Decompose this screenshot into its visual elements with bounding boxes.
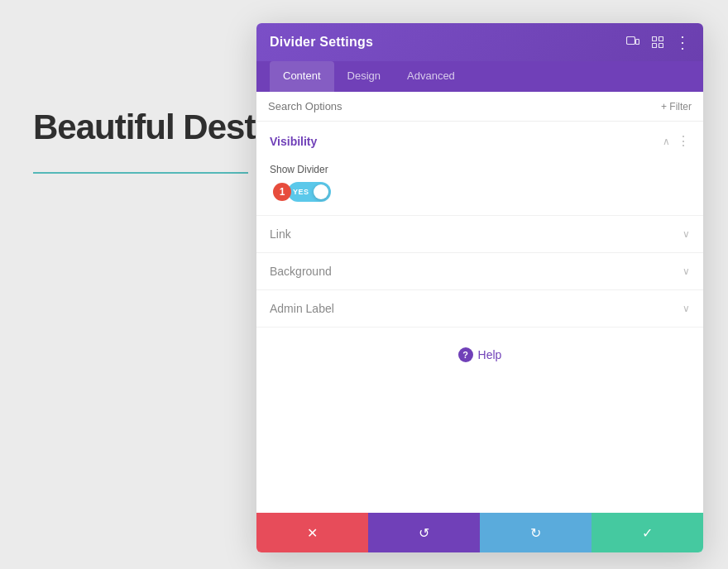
redo-button[interactable]: ↻ (480, 513, 592, 552)
admin-label-section: Admin Label ∨ (256, 290, 703, 328)
toggle-knob (314, 184, 328, 199)
panel-header: Divider Settings ⋮ (256, 23, 703, 61)
background-section-header[interactable]: Background ∨ (256, 253, 703, 289)
svg-rect-0 (627, 37, 635, 45)
visibility-section-icons: ∧ ⋮ (663, 133, 690, 149)
tab-content[interactable]: Content (270, 61, 334, 92)
link-chevron-icon: ∨ (682, 228, 690, 240)
visibility-section-body: Show Divider 1 YES (256, 160, 703, 215)
more-options-icon[interactable]: ⋮ (675, 35, 690, 50)
svg-rect-1 (636, 40, 639, 45)
svg-rect-3 (659, 37, 663, 41)
svg-rect-5 (659, 44, 663, 48)
settings-panel: Divider Settings ⋮ Content (256, 23, 703, 552)
tab-design[interactable]: Design (334, 61, 394, 92)
toggle-yes-label: YES (293, 188, 309, 196)
admin-label-chevron-icon: ∨ (682, 303, 690, 314)
panel-tabs: Content Design Advanced (256, 61, 703, 92)
panel-content: Visibility ∧ ⋮ Show Divider 1 YES (256, 122, 703, 513)
cancel-button[interactable]: ✕ (256, 513, 368, 552)
admin-label-section-icons: ∨ (682, 303, 690, 314)
visibility-title: Visibility (270, 135, 317, 148)
visibility-section-header[interactable]: Visibility ∧ ⋮ (256, 122, 703, 160)
link-title: Link (270, 227, 291, 241)
admin-label-title: Admin Label (270, 302, 334, 315)
grid-icon[interactable] (650, 35, 665, 50)
background-section: Background ∨ (256, 253, 703, 290)
tab-advanced[interactable]: Advanced (394, 61, 468, 92)
header-icons: ⋮ (625, 35, 690, 50)
visibility-more-icon[interactable]: ⋮ (677, 133, 690, 149)
step-badge: 1 (273, 183, 291, 201)
show-divider-toggle[interactable]: YES (288, 182, 331, 202)
search-input[interactable] (268, 100, 661, 112)
help-icon: ? (458, 347, 473, 362)
link-section: Link ∨ (256, 216, 703, 253)
responsive-icon[interactable] (625, 35, 640, 50)
show-divider-toggle-container: 1 YES (288, 182, 690, 202)
visibility-chevron-icon: ∧ (663, 136, 670, 147)
link-section-header[interactable]: Link ∨ (256, 216, 703, 252)
panel-footer: ✕ ↺ ↻ ✓ (256, 513, 703, 552)
undo-button[interactable]: ↺ (368, 513, 480, 552)
svg-rect-2 (653, 37, 657, 41)
filter-button[interactable]: + Filter (661, 101, 692, 112)
panel-title: Divider Settings (270, 35, 373, 50)
link-section-icons: ∨ (682, 228, 690, 240)
background-section-icons: ∨ (682, 265, 690, 277)
help-link[interactable]: ? Help (458, 347, 502, 362)
show-divider-label: Show Divider (270, 164, 690, 175)
svg-rect-4 (653, 44, 657, 48)
background-title: Background (270, 265, 332, 278)
visibility-section: Visibility ∧ ⋮ Show Divider 1 YES (256, 122, 703, 216)
search-bar: + Filter (256, 92, 703, 122)
help-section: ? Help (256, 328, 703, 382)
save-button[interactable]: ✓ (592, 513, 703, 552)
admin-label-section-header[interactable]: Admin Label ∨ (256, 290, 703, 327)
background-chevron-icon: ∨ (682, 265, 690, 277)
help-label: Help (478, 348, 502, 361)
